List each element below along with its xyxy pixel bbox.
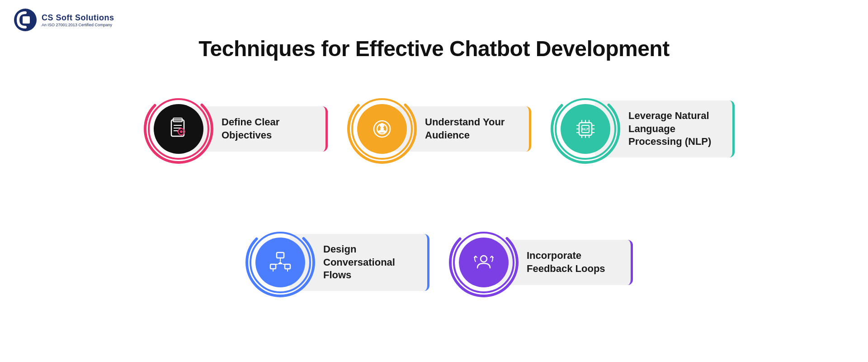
icon-wrapper-nlp: NLP <box>549 93 622 165</box>
icon-wrapper-feedback <box>448 226 520 299</box>
label-text-audience: Understand Your Audience <box>425 116 520 142</box>
label-text-objectives: Define Clear Objectives <box>222 116 316 142</box>
icon-wrapper-audience <box>346 93 418 165</box>
svg-point-46 <box>481 256 487 262</box>
logo-icon <box>14 8 37 32</box>
icon-circle-flows <box>255 238 305 287</box>
svg-rect-42 <box>285 264 290 269</box>
svg-rect-1 <box>23 16 30 24</box>
card-design-flows: Design Conversational Flows <box>244 222 420 303</box>
feedback-icon <box>470 249 497 276</box>
svg-marker-38 <box>278 262 283 264</box>
logo: CS Soft Solutions An ISO 27001:2013 Cert… <box>14 8 114 32</box>
icon-circle-nlp: NLP <box>561 104 610 154</box>
card-leverage-nlp: NLP <box>549 88 726 170</box>
svg-rect-36 <box>277 252 284 258</box>
label-text-nlp: Leverage Natural Language Processing (NL… <box>628 110 723 148</box>
audience-icon <box>368 115 396 143</box>
svg-rect-41 <box>270 264 276 269</box>
card-define-objectives: Define Clear Objectives <box>142 88 319 170</box>
cards-row-2: Design Conversational Flows <box>0 222 868 303</box>
nlp-icon: NLP <box>572 115 599 143</box>
icon-circle-objectives <box>154 104 203 154</box>
main-title: Techniques for Effective Chatbot Develop… <box>0 36 868 61</box>
card-understand-audience: Understand Your Audience <box>346 88 522 170</box>
logo-subtitle: An ISO 27001:2013 Certified Company <box>42 23 114 27</box>
icon-circle-audience <box>357 104 407 154</box>
flows-icon <box>267 249 294 276</box>
svg-text:NLP: NLP <box>582 128 589 131</box>
objectives-icon <box>165 115 192 143</box>
icon-circle-feedback <box>459 238 509 287</box>
card-feedback-loops: Incorporate Feedback Loops <box>448 222 624 303</box>
cards-row-1: Define Clear Objectives <box>0 88 868 170</box>
svg-point-9 <box>180 130 183 133</box>
label-text-flows: Design Conversational Flows <box>323 243 418 282</box>
icon-wrapper-flows <box>244 226 316 299</box>
icon-wrapper-objectives <box>142 93 215 165</box>
svg-point-18 <box>380 123 384 128</box>
logo-title: CS Soft Solutions <box>42 13 114 23</box>
label-text-feedback: Incorporate Feedback Loops <box>527 249 622 275</box>
